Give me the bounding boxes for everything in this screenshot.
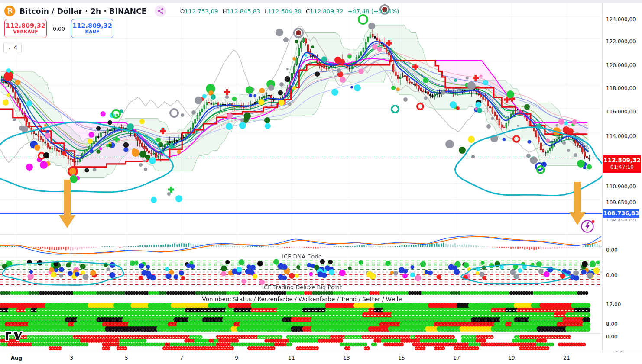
panel-value-tick: 0,00 xyxy=(606,334,618,340)
price-tick: 114.000,00 xyxy=(606,133,636,139)
symbol-title[interactable]: Bitcoin / Dollar · 2h · BINANCE xyxy=(19,7,147,16)
share-icon xyxy=(157,8,164,14)
sell-label: VERKAUF xyxy=(13,29,38,35)
time-tick: 21 xyxy=(563,355,570,361)
indicator-count: 4 xyxy=(13,44,17,51)
bar-countdown: 01:47:10 xyxy=(603,164,641,170)
flash-boost-button[interactable] xyxy=(580,218,596,234)
time-tick: 13 xyxy=(343,355,350,361)
price-tick: 120.000,00 xyxy=(606,62,636,68)
price-tick: 109.650,00 xyxy=(606,200,636,206)
time-tick: 7 xyxy=(180,355,183,361)
spread-value: 0,00 xyxy=(47,26,71,32)
panel-value-tick: 12,00 xyxy=(606,301,621,307)
buy-button[interactable]: 112.809,32 KAUF xyxy=(71,19,113,38)
time-tick: 11 xyxy=(288,355,295,361)
time-tick: 17 xyxy=(453,355,460,361)
current-price-label: 112.809,32 01:47:10 xyxy=(603,155,641,173)
open-value: 112.753,09 xyxy=(185,8,218,15)
panel-value-tick: 0,00 xyxy=(606,272,618,278)
panel-value-tick: 8,00 xyxy=(606,321,618,327)
price-tick: 118.000,00 xyxy=(606,85,636,91)
time-tick: Aug xyxy=(11,355,22,361)
chart-header: ₿ Bitcoin / Dollar · 2h · BINANCE O112.7… xyxy=(4,5,399,17)
tradingview-logo[interactable] xyxy=(4,328,23,342)
notification-dot xyxy=(592,220,595,223)
chevron-down-icon: ⌄ xyxy=(8,45,11,50)
trade-widget: 112.809,32 VERKAUF 0,00 112.809,32 KAUF xyxy=(4,19,113,38)
buy-price: 112.809,32 xyxy=(72,22,112,29)
top-strip xyxy=(0,0,642,3)
price-tick: 110.900,00 xyxy=(606,184,636,190)
share-button[interactable] xyxy=(155,5,166,17)
change-value: +47,48 (+0,04%) xyxy=(348,8,399,15)
bitcoin-icon: ₿ xyxy=(4,6,15,16)
time-axis[interactable]: Aug3579111315171921 xyxy=(0,352,642,364)
lightning-icon xyxy=(585,222,590,230)
bigpoint-subtitle: Von oben: Status / Kerzenfarbe / Wolkenf… xyxy=(202,296,402,303)
current-price: 112.809,32 xyxy=(603,157,641,164)
occluded-price-tick: 108.450,00 xyxy=(606,218,641,221)
low-value: 112.604,30 xyxy=(268,8,302,15)
price-tick: 122.000,00 xyxy=(606,39,636,45)
time-tick: 15 xyxy=(398,355,405,361)
time-tick: 9 xyxy=(235,355,238,361)
time-tick: 5 xyxy=(125,355,128,361)
sell-button[interactable]: 112.809,32 VERKAUF xyxy=(4,19,47,38)
bigpoint-indicator-title[interactable]: ICE Trading Deluxe Big Point xyxy=(262,284,342,290)
time-tick: 3 xyxy=(70,355,73,361)
price-tick: 116.000,00 xyxy=(606,109,636,115)
alert-price-label[interactable]: 108.736,83 xyxy=(603,209,639,218)
high-value: 112.845,83 xyxy=(227,8,260,15)
buy-label: KAUF xyxy=(85,29,99,35)
panel-value-tick: 0,00 xyxy=(606,247,618,253)
sell-price: 112.809,32 xyxy=(6,22,45,29)
close-value: 112.809,32 xyxy=(310,8,343,15)
price-tick: 124.000,00 xyxy=(606,16,636,23)
ohlc-readout: O112.753,09 H112.845,83 L112.604,30 C112… xyxy=(180,8,399,15)
price-axis[interactable]: 112.809,32 01:47:10 108.736,83 108.450,0… xyxy=(602,3,642,352)
time-tick: 19 xyxy=(508,355,515,361)
trading-app: { "header": { "symbol_title": "Bitcoin /… xyxy=(0,0,642,364)
dna-indicator-title[interactable]: ICE DNA Code xyxy=(282,253,321,260)
indicator-count-chip[interactable]: ⌄ 4 xyxy=(3,42,22,53)
